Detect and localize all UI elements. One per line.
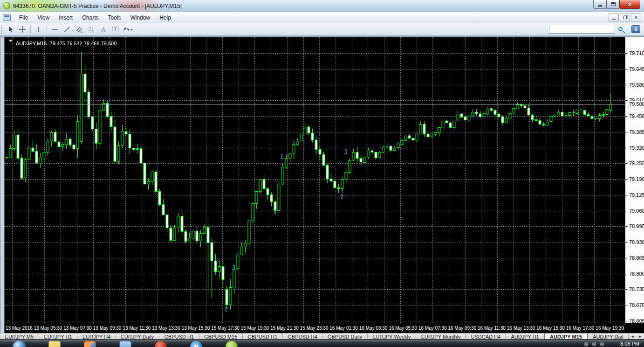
- chart-tab-eurjpy-monthly[interactable]: EURJPY Monthly: [416, 333, 466, 339]
- metatrader-taskbar-icon[interactable]: [226, 341, 238, 347]
- time-axis-label: 16 May 11:30: [478, 326, 506, 331]
- mdi-close-button[interactable]: ×: [631, 14, 641, 21]
- svg-text:E: E: [81, 30, 82, 33]
- crosshair-tool-button[interactable]: [17, 24, 28, 35]
- price-tick-mark: [625, 116, 628, 117]
- horizontal-line-tool-button[interactable]: [49, 24, 61, 35]
- vertical-line-tool-button[interactable]: [33, 24, 44, 35]
- symbol-timeframe: AUDJPY,M15: [16, 41, 47, 46]
- chart-document-icon[interactable]: [3, 14, 11, 21]
- menu-item-tools[interactable]: Tools: [103, 13, 126, 22]
- system-tray: [584, 342, 604, 346]
- title-bar: 6433670: OANDA-GMT-5 Practice - Demo Acc…: [0, 0, 644, 12]
- internet-explorer-taskbar-icon[interactable]: e: [190, 341, 202, 347]
- windows-taskbar: e 8:08 PM: [0, 339, 644, 347]
- chart-tab-usdcad-h4[interactable]: USDCAD H4: [466, 333, 506, 339]
- start-taskbar-icon[interactable]: [13, 341, 25, 347]
- chart-tab-gbpusd-h4[interactable]: GBPUSD H4: [283, 333, 322, 339]
- chart-tab-audjpy-m15[interactable]: AUDJPY M15: [544, 333, 587, 339]
- chart-tab-eurjpy-weekly[interactable]: EURJPY Weekly: [368, 333, 416, 339]
- text-icon: A: [100, 26, 107, 33]
- price-tick-mark: [625, 69, 628, 69]
- price-tick-mark: [625, 132, 628, 132]
- chart-tab-gbpusd-h1[interactable]: GBPUSD H1: [243, 333, 282, 339]
- fibonacci-retracement-tool-button[interactable]: F: [86, 24, 97, 35]
- app-orange-taskbar-icon[interactable]: [84, 341, 96, 347]
- equidistant-channel-tool-button[interactable]: E: [74, 24, 85, 35]
- cursor-tool-button[interactable]: [5, 24, 16, 35]
- tab-scroll-left-icon[interactable]: ◄: [630, 334, 634, 339]
- toolbar-separator: [30, 25, 31, 34]
- close-icon: ×: [628, 1, 632, 8]
- menu-item-view[interactable]: View: [33, 13, 54, 22]
- menu-item-help[interactable]: Help: [155, 13, 176, 22]
- arrow-tools-tool-button[interactable]: [122, 24, 133, 35]
- tab-scroll-buttons: ◄►: [628, 333, 644, 339]
- tray-icon[interactable]: [592, 342, 596, 346]
- price-tick-mark: [625, 321, 628, 321]
- chart-tab-audjpy-dail[interactable]: AUDJPY Dail: [588, 333, 628, 339]
- price-axis[interactable]: 79.71079.64579.58079.51579.45079.38579.3…: [625, 37, 644, 323]
- chart-tab-audjpy-h1[interactable]: AUDJPY H1: [506, 333, 544, 339]
- tray-icon[interactable]: [584, 342, 588, 346]
- svg-text:A: A: [102, 27, 105, 33]
- price-tick-label: 79.060: [629, 208, 644, 214]
- minimize-button[interactable]: [593, 0, 607, 9]
- tray-icon[interactable]: [600, 342, 604, 346]
- search-button[interactable]: [615, 25, 625, 34]
- menu-items: FileViewInsertChartsToolsWindowHelp: [14, 13, 176, 22]
- file-explorer-taskbar-icon[interactable]: [48, 341, 61, 347]
- chart-tab-eurjpy-m5[interactable]: EURJPY M5: [0, 333, 39, 339]
- close-button[interactable]: ×: [619, 0, 640, 9]
- text-tool-button[interactable]: A: [98, 24, 109, 35]
- ohlc-values: 79.475 79.542 79.468 79.500: [50, 41, 117, 46]
- arrow-tools-icon: [123, 26, 133, 33]
- time-axis-label: 16 May 19:30: [596, 326, 624, 331]
- minimize-icon: [598, 5, 602, 7]
- menu-item-insert[interactable]: Insert: [54, 13, 77, 22]
- price-chart-canvas[interactable]: [5, 37, 625, 323]
- maximize-button[interactable]: [606, 0, 620, 9]
- text-label-icon: T: [112, 26, 119, 33]
- menu-item-window[interactable]: Window: [126, 13, 155, 22]
- mdi-restore-button[interactable]: [620, 14, 630, 21]
- tab-scroll-right-icon[interactable]: ►: [638, 334, 642, 339]
- notifications-badge[interactable]: 5: [631, 25, 640, 33]
- price-tick-mark: [625, 163, 628, 164]
- cursor-icon: [7, 26, 14, 33]
- price-tick-label: 78.735: [629, 286, 644, 292]
- trendline-tool-button[interactable]: [62, 24, 73, 35]
- chart-tab-gbpusd-h1[interactable]: GBPUSD H1: [159, 333, 199, 339]
- mdi-minimize-button[interactable]: [609, 14, 619, 21]
- menu-item-file[interactable]: File: [14, 13, 33, 22]
- chart-symbol-label[interactable]: AUDJPY,M15 79.475 79.542 79.468 79.500: [8, 40, 116, 46]
- app-red-taskbar-icon[interactable]: [155, 341, 167, 347]
- svg-text:T: T: [114, 27, 117, 32]
- time-axis-label: 15 May 23:30: [300, 326, 329, 331]
- search-area: [549, 25, 625, 34]
- text-label-tool-button[interactable]: T: [110, 24, 121, 35]
- search-input[interactable]: [549, 25, 615, 34]
- chart-tab-eurjpy-h1[interactable]: EURJPY H1: [39, 333, 77, 339]
- menu-item-charts[interactable]: Charts: [77, 13, 103, 22]
- menu-bar: FileViewInsertChartsToolsWindowHelp ×: [0, 12, 644, 23]
- price-tick-mark: [625, 226, 628, 227]
- time-axis[interactable]: 13 May 201613 May 05:3013 May 07:3013 Ma…: [5, 323, 625, 333]
- chart-tab-gbpusd-m15[interactable]: GBPUSD M15: [199, 333, 242, 339]
- current-bid-price-label: 79.500: [627, 101, 644, 107]
- crosshair-icon: [19, 26, 26, 33]
- metatrader-window: 6433670: OANDA-GMT-5 Practice - Demo Acc…: [0, 0, 644, 347]
- price-tick-mark: [625, 195, 628, 195]
- chart-tab-eurjpy-daily[interactable]: EURJPY Daily: [116, 333, 159, 339]
- taskbar-clock[interactable]: 8:08 PM: [620, 341, 639, 347]
- chart-tab-gbpusd-daily[interactable]: GBPUSD Daily: [322, 333, 367, 339]
- toolbar-grip[interactable]: [1, 25, 4, 34]
- mdi-window-controls: ×: [609, 14, 641, 21]
- time-axis-label: 16 May 01:30: [329, 326, 358, 331]
- app-blue-taskbar-icon[interactable]: [119, 341, 131, 347]
- price-tick-mark: [625, 179, 628, 180]
- chart-tab-eurjpy-h4[interactable]: EURJPY H4: [77, 333, 116, 339]
- price-tick-label: 79.580: [629, 82, 644, 88]
- vertical-line-icon: [35, 26, 42, 33]
- price-tick-mark: [625, 305, 628, 305]
